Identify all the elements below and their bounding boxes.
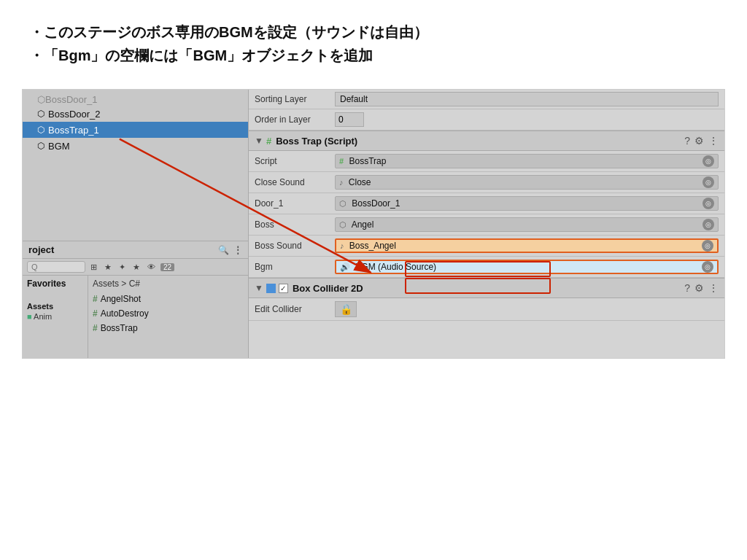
hex-icon: ⬡	[37, 141, 44, 151]
settings-icon[interactable]: ⚙	[694, 282, 704, 294]
boss-field: Boss ⬡ Angel ◎	[249, 214, 724, 236]
hierarchy-item-bossdoor1-partial: ⬡ BossDoor_1	[23, 93, 248, 106]
box-collider-title: Box Collider 2D	[293, 283, 684, 294]
folder-label[interactable]: ■ Anim	[27, 311, 83, 322]
boss-circle-btn[interactable]: ◎	[703, 219, 714, 230]
project-tool-btn3[interactable]: ✦	[117, 262, 128, 273]
help-icon[interactable]: ?	[684, 282, 690, 294]
sorting-layer-field: Sorting Layer Default	[249, 90, 724, 109]
boss-value[interactable]: ⬡ Angel ◎	[335, 217, 719, 232]
checkbox-area: ✓	[266, 284, 288, 293]
instruction-line2: 「Bgm」の空欄には「BGM」オブジェクトを追加	[29, 44, 718, 67]
page-container: このステージのボス専用のBGMを設定（サウンドは自由） 「Bgm」の空欄には「B…	[0, 0, 747, 359]
project-search-input[interactable]	[27, 261, 85, 273]
favorites-label: Favorites	[27, 279, 83, 289]
settings-icon[interactable]: ⚙	[694, 135, 704, 147]
bgm-field: Bgm 🔊 BGM (Audio Source) ◎	[249, 257, 724, 278]
hierarchy-item-label: BossDoor_2	[48, 109, 101, 120]
boss-sound-field: Boss Sound ♪ Boss_Angel ◎	[249, 236, 724, 257]
project-header: roject 🔍 ⋮	[23, 241, 248, 259]
script-hash-icon: #	[339, 157, 344, 166]
menu-icon[interactable]: ⋮	[708, 135, 719, 147]
box-collider-component-header: ▼ ✓ Box Collider 2D ? ⚙ ⋮	[249, 278, 724, 298]
project-tool-btn2[interactable]: ★	[102, 262, 114, 273]
edit-collider-label: Edit Collider	[255, 304, 335, 314]
checkbox[interactable]: ✓	[279, 284, 288, 293]
project-title: roject	[28, 244, 54, 255]
menu-icon[interactable]: ⋮	[708, 282, 719, 294]
box-collider-icons: ? ⚙ ⋮	[684, 282, 719, 294]
close-sound-label: Close Sound	[255, 177, 335, 187]
right-panel: Sorting Layer Default Order in Layer ▼ #…	[249, 90, 724, 358]
boss-sound-circle-btn[interactable]: ◎	[702, 240, 713, 252]
project-toolbar: ⊞ ★ ✦ ★ 👁 22	[23, 259, 248, 276]
hex-icon: ⬡	[37, 125, 44, 135]
lock-icon: 🔒	[340, 303, 352, 315]
hierarchy-item-bossdoor2[interactable]: ⬡ BossDoor_2	[23, 106, 248, 122]
sorting-layer-value[interactable]: Default	[335, 92, 719, 106]
boss-sound-label: Boss Sound	[255, 241, 335, 251]
instruction-line1: このステージのボス専用のBGMを設定（サウンドは自由）	[29, 20, 718, 44]
boss-label: Boss	[255, 219, 335, 230]
order-in-layer-input[interactable]	[335, 112, 364, 127]
boss-sound-value[interactable]: ♪ Boss_Angel ◎	[335, 238, 719, 253]
project-tool-btn1[interactable]: ⊞	[88, 262, 99, 273]
project-menu-icon: ⋮	[233, 245, 242, 255]
close-sound-field: Close Sound ♪ Close ◎	[249, 172, 724, 193]
hex-icon: ⬡	[37, 109, 44, 119]
asset-item-autodestroy[interactable]: # AutoDestroy	[93, 306, 244, 321]
sorting-layer-label: Sorting Layer	[255, 94, 335, 104]
hierarchy-list: ⬡ BossDoor_1 ⬡ BossDoor_2 ⬡ BossTrap_1 ⬡…	[23, 90, 248, 241]
project-content: Favorites Assets ■ Anim Assets > C# #	[23, 276, 248, 358]
screenshot-container: ⬡ BossDoor_1 ⬡ BossDoor_2 ⬡ BossTrap_1 ⬡…	[22, 89, 725, 359]
script-label: Script	[255, 156, 335, 166]
project-sidebar: Favorites Assets ■ Anim	[23, 276, 88, 358]
speaker-icon: 🔊	[340, 262, 350, 271]
bgm-value[interactable]: 🔊 BGM (Audio Source) ◎	[335, 260, 719, 274]
edit-collider-btn[interactable]: 🔒	[335, 301, 357, 317]
project-assets: Assets > C# # AngelShot # AutoDestroy #	[88, 276, 248, 358]
bgm-label: Bgm	[255, 262, 335, 272]
hierarchy-item-bgm[interactable]: ⬡ BGM	[23, 138, 248, 154]
note-icon: ♪	[339, 178, 344, 187]
expand-icon[interactable]: ▼	[255, 283, 263, 293]
assets-label[interactable]: Assets	[27, 301, 83, 311]
project-panel: roject 🔍 ⋮ ⊞ ★ ✦ ★ 👁 22	[23, 241, 248, 358]
door1-field: Door_1 ⬡ BossDoor_1 ◎	[249, 193, 724, 214]
project-tool-btn4[interactable]: ★	[131, 262, 142, 273]
door1-value[interactable]: ⬡ BossDoor_1 ◎	[335, 196, 719, 211]
asset-item-angelshot[interactable]: # AngelShot	[93, 292, 244, 306]
boss-trap-component-header: ▼ # Boss Trap (Script) ? ⚙ ⋮	[249, 131, 724, 151]
order-in-layer-label: Order in Layer	[255, 114, 335, 125]
script-field: Script # BossTrap ◎	[249, 151, 724, 172]
component-icons: ? ⚙ ⋮	[684, 135, 719, 147]
hierarchy-item-label: BossDoor_1	[45, 94, 98, 105]
note-icon: ♪	[340, 241, 344, 250]
hierarchy-item-label: BossTrap_1	[48, 125, 99, 136]
hex-icon: ⬡	[339, 220, 347, 229]
script-value[interactable]: # BossTrap ◎	[335, 154, 719, 168]
order-in-layer-field: Order in Layer	[249, 109, 724, 131]
close-sound-value[interactable]: ♪ Close ◎	[335, 175, 719, 190]
hierarchy-item-bosstrap1[interactable]: ⬡ BossTrap_1	[23, 122, 248, 138]
project-search-icon: 🔍	[218, 245, 229, 255]
script-circle-btn[interactable]: ◎	[703, 155, 714, 167]
hex-icon: ⬡	[339, 199, 347, 208]
close-sound-circle-btn[interactable]: ◎	[703, 176, 714, 188]
asset-item-bosstrapscript[interactable]: # BossTrap	[93, 321, 244, 335]
component-title: Boss Trap (Script)	[276, 136, 684, 147]
expand-icon[interactable]: ▼	[255, 136, 263, 146]
help-icon[interactable]: ?	[684, 135, 690, 147]
door1-label: Door_1	[255, 198, 335, 209]
bgm-circle-btn[interactable]: ◎	[702, 261, 713, 273]
hex-icon: ⬡	[37, 94, 45, 105]
door1-circle-btn[interactable]: ◎	[703, 198, 714, 209]
hash-icon: #	[266, 136, 271, 147]
left-panel: ⬡ BossDoor_1 ⬡ BossDoor_2 ⬡ BossTrap_1 ⬡…	[23, 90, 249, 358]
project-tool-btn5[interactable]: 👁	[145, 262, 158, 272]
colored-square	[266, 284, 276, 293]
instructions-section: このステージのボス専用のBGMを設定（サウンドは自由） 「Bgm」の空欄には「B…	[0, 0, 747, 82]
hierarchy-item-label: BGM	[48, 141, 70, 152]
count-badge: 22	[160, 263, 174, 271]
breadcrumb: Assets > C#	[93, 279, 244, 289]
